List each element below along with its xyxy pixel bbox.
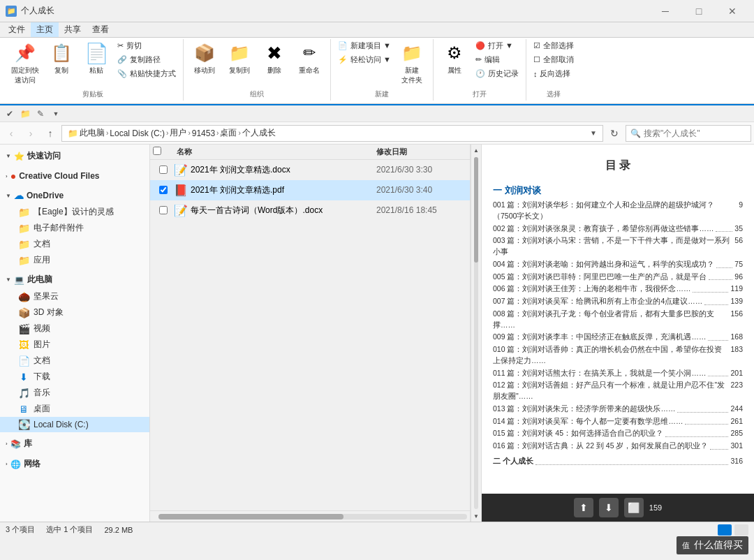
new-item-button[interactable]: 📄 新建项目 ▼	[335, 39, 394, 52]
path-part-current[interactable]: 个人成长	[242, 127, 276, 139]
copy-button[interactable]: 📋 复制	[45, 39, 78, 78]
toc-item: 009 篇：刘润对谈李丰：中国经济正在触底反弹，充满机遇…… 168	[493, 332, 743, 343]
properties-button[interactable]: ⚙ 属性	[438, 39, 471, 78]
sidebar-label-library: 库	[24, 438, 32, 450]
invert-select-button[interactable]: ↕ 反向选择	[531, 67, 577, 80]
sidebar-heading-network[interactable]: › 🌐 网络	[0, 455, 149, 473]
path-part-desktop[interactable]: 桌面	[220, 127, 237, 139]
view-tiles-button[interactable]	[734, 524, 748, 536]
edit-button[interactable]: ✏ 编辑	[473, 53, 522, 66]
file-icon-pdf: 📕	[174, 183, 188, 197]
select-all-checkbox[interactable]	[153, 147, 161, 155]
file-name-2: 2021年 刘润文章精选.pdf	[191, 184, 376, 196]
back-button[interactable]: ‹	[3, 125, 20, 142]
sidebar-heading-thispc[interactable]: ▼ 💻 此电脑	[0, 271, 149, 288]
view-details-button[interactable]	[718, 524, 732, 536]
qa-edit[interactable]: ✎	[34, 107, 47, 121]
cut-button[interactable]: ✂ 剪切	[114, 39, 179, 52]
toc-item: 010 篇：刘润对话香帅：真正的增长机会仍然在中国，希望你在投资上保持定力…… …	[493, 344, 743, 367]
path-part-91453[interactable]: 91453	[192, 128, 215, 138]
easy-access-button[interactable]: ⚡ 轻松访问 ▼	[335, 53, 394, 66]
forward-button[interactable]: ›	[22, 125, 39, 142]
path-dropdown-icon[interactable]: ▼	[590, 129, 597, 137]
qa-folder[interactable]: 📁	[18, 107, 32, 121]
qa-down-arrow[interactable]: ▼	[49, 107, 63, 121]
h-scrollbar[interactable]	[158, 514, 467, 520]
new-folder-button[interactable]: 📁 新建文件夹	[395, 39, 429, 88]
file-check-2[interactable]	[153, 186, 174, 194]
ribbon-group-organize: 📦 移动到 📁 复制到 ✖ 删除 ✏ 重命名 组织	[184, 39, 331, 101]
paste-shortcut-button[interactable]: 📎 粘贴快捷方式	[114, 67, 179, 80]
path-part-c[interactable]: Local Disk (C:)	[110, 128, 165, 138]
sidebar-item-docs[interactable]: 📁 文档	[0, 236, 149, 252]
close-button[interactable]: ✕	[716, 0, 748, 22]
sidebar-item-video[interactable]: 🎬 视频	[0, 320, 149, 337]
col-date-header[interactable]: 修改日期	[376, 147, 467, 157]
sidebar-item-music[interactable]: 🎵 音乐	[0, 385, 149, 401]
sidebar-item-email[interactable]: 📁 电子邮件附件	[0, 220, 149, 236]
vscroll-down[interactable]: ▼	[471, 510, 482, 522]
file-checkbox-1[interactable]	[159, 165, 168, 174]
rename-button[interactable]: ✏ 重命名	[293, 39, 326, 78]
file-checkbox-3[interactable]	[159, 206, 168, 214]
col-name-header[interactable]: 名称	[174, 147, 376, 157]
toc-item: 002 篇：刘润对谈张泉灵：教育孩子，希望你别再做这些错事…… 35	[493, 223, 743, 235]
table-row[interactable]: 📝 每天一首古诗词（Word版本）.docx 2021/8/16 18:45	[150, 200, 470, 221]
edit-icon: ✏	[475, 55, 482, 64]
paste-shortcut-icon: 📎	[117, 69, 127, 78]
maximize-button[interactable]: □	[683, 0, 715, 22]
sidebar-item-downloads[interactable]: ⬇ 下载	[0, 369, 149, 385]
preview-fit-button[interactable]: ⬜	[624, 498, 644, 517]
move-button[interactable]: 📦 移动到	[188, 39, 221, 78]
sidebar-heading-onedrive[interactable]: ▼ ☁ OneDrive	[0, 187, 149, 204]
table-row[interactable]: 📝 2021年 刘润文章精选.docx 2021/6/30 3:30	[150, 160, 470, 180]
file-check-3[interactable]	[153, 206, 174, 214]
table-row[interactable]: 📕 2021年 刘润文章精选.pdf 2021/6/30 3:40	[150, 180, 470, 200]
sidebar-item-apps[interactable]: 📁 应用	[0, 252, 149, 268]
minimize-button[interactable]: ─	[649, 0, 681, 22]
sidebar-heading-cc[interactable]: › ● Creative Cloud Files	[0, 168, 149, 184]
copy-to-icon: 📁	[228, 42, 251, 64]
select-all-button[interactable]: ☑ 全部选择	[531, 39, 577, 52]
sidebar-item-pictures[interactable]: 🖼 图片	[0, 337, 149, 353]
sidebar-item-documents[interactable]: 📄 文档	[0, 353, 149, 369]
h-scrollbar-thumb[interactable]	[158, 514, 343, 520]
preview-next-page[interactable]: ⬇	[599, 498, 619, 517]
menu-home[interactable]: 主页	[31, 22, 59, 37]
select-none-button[interactable]: ☐ 全部取消	[531, 53, 577, 66]
sidebar-item-3d[interactable]: 📦 3D 对象	[0, 304, 149, 320]
copy-path-button[interactable]: 🔗 复制路径	[114, 53, 179, 66]
up-button[interactable]: ↑	[42, 125, 59, 142]
email-folder-icon: 📁	[18, 223, 29, 234]
sidebar-item-eagle[interactable]: 📁 【Eagle】设计的灵感	[0, 204, 149, 220]
sidebar-heading-library[interactable]: › 📚 库	[0, 435, 149, 452]
address-path[interactable]: 📁 此电脑 › Local Disk (C:) › 用户 › 91453 › 桌…	[61, 125, 603, 142]
pin-button[interactable]: 📌 固定到快速访问	[7, 39, 43, 88]
open-button[interactable]: 🔴 打开 ▼	[473, 39, 522, 52]
vscroll-thumb[interactable]	[474, 157, 478, 263]
path-part-users[interactable]: 用户	[170, 127, 186, 139]
file-check-1[interactable]	[153, 165, 174, 174]
sidebar-item-local-disk[interactable]: 💽 Local Disk (C:)	[0, 417, 149, 432]
path-part-pc[interactable]: 此电脑	[80, 127, 105, 139]
paste-button[interactable]: 📄 粘贴	[80, 39, 113, 78]
search-input[interactable]	[644, 128, 741, 138]
vscroll-track[interactable]	[474, 157, 478, 509]
preview-prev-page[interactable]: ⬆	[574, 498, 593, 517]
vscroll-up[interactable]: ▲	[471, 145, 482, 156]
search-box[interactable]: 🔍	[626, 125, 751, 142]
menu-share[interactable]: 共享	[59, 22, 87, 37]
ribbon-group-select-body: ☑ 全部选择 ☐ 全部取消 ↕ 反向选择	[531, 39, 577, 88]
refresh-button[interactable]: ↻	[606, 125, 623, 142]
local-disk-icon: 💽	[18, 419, 29, 430]
sidebar-item-jianguoyun[interactable]: 🌰 坚果云	[0, 288, 149, 304]
sidebar-heading-quickaccess[interactable]: ▼ ⭐ 快速访问	[0, 147, 149, 165]
menu-view[interactable]: 查看	[87, 22, 114, 37]
copy-to-button[interactable]: 📁 复制到	[223, 39, 256, 78]
file-checkbox-2[interactable]	[159, 186, 168, 194]
sidebar-item-desktop[interactable]: 🖥 桌面	[0, 401, 149, 417]
qa-checkmark[interactable]: ✔	[3, 107, 17, 121]
history-button[interactable]: 🕐 历史记录	[473, 67, 522, 80]
delete-button[interactable]: ✖ 删除	[258, 39, 291, 78]
menu-file[interactable]: 文件	[3, 22, 31, 37]
